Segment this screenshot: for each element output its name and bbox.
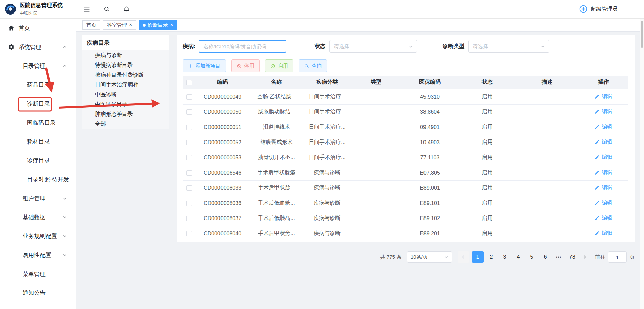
edit-pencil-icon (594, 155, 600, 160)
edit-button[interactable]: 编辑 (594, 199, 612, 206)
admin-area[interactable]: 超级管理员 (579, 5, 618, 14)
circle-check-icon (270, 63, 275, 69)
goto-page-input[interactable] (608, 251, 627, 263)
edit-button[interactable]: 编辑 (594, 154, 612, 161)
sidebar-item-treatment-catalog[interactable]: 诊疗目录 (0, 151, 76, 170)
tab-diagnosis-catalog[interactable]: 诊断目录 × (139, 20, 177, 30)
page-size-select[interactable]: 10条/页 (407, 251, 452, 263)
scrollbar-thumb[interactable] (641, 21, 643, 48)
select-all-checkbox[interactable] (186, 80, 192, 85)
page-button-4[interactable]: 4 (513, 251, 524, 263)
row-checkbox[interactable] (186, 170, 192, 176)
tree-item[interactable]: 肿瘤形态学目录 (82, 109, 169, 119)
cell-type (351, 165, 401, 180)
sidebar-item-catalog-mgmt[interactable]: 目录管理 (0, 56, 76, 75)
page-button-2[interactable]: 2 (486, 251, 497, 263)
edit-button[interactable]: 编辑 (594, 184, 612, 191)
close-tab-icon[interactable]: × (129, 22, 132, 28)
row-checkbox[interactable] (186, 125, 192, 130)
sidebar-item-menu-mgmt[interactable]: 菜单管理 (0, 264, 76, 283)
sidebar-item-drug-catalog[interactable]: 药品目录 (0, 75, 76, 94)
page-button-78[interactable]: 78 (566, 251, 578, 263)
disease-search-input[interactable] (199, 40, 286, 53)
edit-button[interactable]: 编辑 (594, 169, 612, 176)
tab-home[interactable]: 首页 (82, 20, 100, 30)
tree-item[interactable]: 中医诊断 (82, 89, 169, 99)
row-checkbox[interactable] (186, 109, 192, 115)
page-button-5[interactable]: 5 (526, 251, 537, 263)
cell-insurance-code: 45.9310 (401, 89, 459, 104)
row-checkbox[interactable] (186, 201, 192, 206)
tree-item[interactable]: 日间手术治疗病种 (82, 80, 169, 89)
tree-item[interactable]: 中医证候目录 (82, 99, 169, 109)
page-button-6[interactable]: 6 (539, 251, 551, 263)
search-icon (103, 6, 110, 13)
row-checkbox[interactable] (186, 155, 192, 160)
prev-page-button[interactable] (458, 251, 469, 263)
sidebar-item-base-data[interactable]: 基础数据 (0, 208, 76, 227)
action-button-row: 添加新项目 停用 启用 查询 (183, 59, 628, 72)
sidebar-item-label: 药品目录 (27, 81, 50, 89)
query-button[interactable]: 查询 (299, 59, 327, 72)
edit-button[interactable]: 编辑 (594, 138, 612, 146)
add-item-button[interactable]: 添加新项目 (183, 59, 226, 72)
diagnosis-type-select-placeholder: 请选择 (473, 43, 488, 50)
status-select[interactable]: 请选择 (329, 40, 417, 53)
cell-code: CD0000000049 (196, 89, 250, 104)
cell-type (351, 89, 401, 104)
page-button-1[interactable]: 1 (472, 251, 484, 263)
chevron-up-icon (63, 45, 67, 49)
cell-type (351, 196, 401, 211)
row-select-cell (183, 180, 196, 196)
edit-button[interactable]: 编辑 (594, 214, 612, 222)
row-checkbox[interactable] (186, 231, 192, 236)
cell-status: 启用 (459, 211, 516, 226)
vertical-scrollbar[interactable] (640, 19, 644, 309)
cell-insurance-code: 38.8604 (401, 104, 459, 120)
cell-actions: 编辑 (578, 104, 628, 120)
sidebar-item-home[interactable]: 首页 (0, 19, 76, 37)
cell-status: 启用 (459, 165, 516, 180)
table-row: CD0000008040手术后甲状旁...疾病与诊断E89.201启用编辑 (183, 226, 628, 241)
disable-button[interactable]: 停用 (231, 59, 260, 72)
tree-item[interactable]: 全部 (82, 119, 169, 129)
app-root: 医院信息管理系统 中联医院 (0, 0, 644, 309)
edit-button[interactable]: 编辑 (594, 230, 612, 237)
cell-description (516, 226, 578, 241)
sidebar-item-diagnosis-catalog[interactable]: 诊断目录 (0, 94, 76, 113)
sidebar-item-catalog-mapping[interactable]: 目录对照-待开发 (0, 170, 76, 189)
row-checkbox[interactable] (186, 185, 192, 191)
sidebar-item-national-code-catalog[interactable]: 国临码目录 (0, 113, 76, 132)
row-select-cell (183, 120, 196, 135)
collapse-sidebar-button[interactable] (82, 4, 92, 14)
row-select-cell (183, 89, 196, 104)
sidebar-item-consumable-catalog[interactable]: 耗材目录 (0, 132, 76, 151)
tree-item[interactable]: 按病种目录付费诊断 (82, 70, 169, 80)
global-search-button[interactable] (102, 4, 112, 14)
sidebar-item-notice[interactable]: 通知公告 (0, 283, 76, 302)
row-checkbox[interactable] (186, 140, 192, 145)
notifications-button[interactable] (122, 4, 131, 14)
cell-insurance-code: 10.4903 (401, 135, 459, 150)
cell-category: 日间手术治疗... (303, 104, 351, 120)
edit-button[interactable]: 编辑 (594, 123, 612, 130)
sidebar-item-usability-config[interactable]: 易用性配置 (0, 246, 76, 264)
row-checkbox[interactable] (186, 94, 192, 100)
edit-button[interactable]: 编辑 (594, 108, 612, 115)
diagnosis-type-select[interactable]: 请选择 (468, 40, 549, 53)
page-button-3[interactable]: 3 (499, 251, 510, 263)
tree-item[interactable]: 疾病与诊断 (82, 50, 169, 60)
close-tab-icon[interactable]: × (170, 22, 173, 28)
tree-item[interactable]: 特慢病诊断目录 (82, 60, 169, 70)
edit-button[interactable]: 编辑 (594, 93, 612, 100)
table-row: CD0000000053肋骨切开术不...日间手术治疗...77.1103启用编… (183, 150, 628, 165)
page-ellipsis[interactable]: ••• (553, 251, 564, 263)
sidebar-item-business-rule-config[interactable]: 业务规则配置 (0, 227, 76, 246)
next-page-button[interactable] (579, 251, 590, 263)
sidebar-item-system-mgmt[interactable]: 系统管理 (0, 37, 76, 56)
enable-button[interactable]: 启用 (265, 59, 293, 72)
row-checkbox[interactable] (186, 216, 192, 221)
sidebar-item-tenant-mgmt[interactable]: 租户管理 (0, 189, 76, 208)
tab-dept-mgmt[interactable]: 科室管理 × (103, 20, 136, 30)
cell-name: 肠系膜动脉结... (250, 104, 303, 120)
